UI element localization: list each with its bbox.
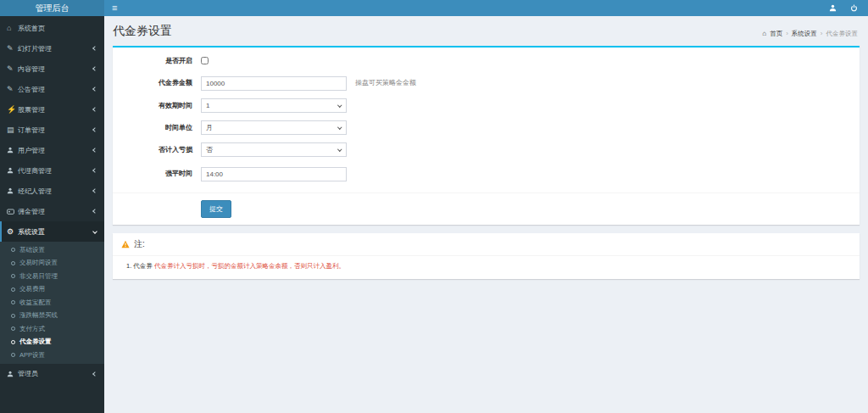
form-row-amount: 代金券金额 操盘可买策略金金额 bbox=[121, 74, 851, 91]
user-icon[interactable] bbox=[829, 4, 837, 12]
user-icon bbox=[7, 187, 18, 194]
home-icon: ⌂ bbox=[7, 25, 18, 32]
note-heading: 注: bbox=[134, 238, 145, 250]
sidebar-item-label: 幻灯片管理 bbox=[18, 44, 52, 53]
edit-icon: ✎ bbox=[7, 65, 18, 73]
submenu-item-non-trading-day[interactable]: 非交易日管理 bbox=[0, 270, 104, 283]
submenu-item-trading-fees[interactable]: 交易费用 bbox=[0, 283, 104, 297]
force-close-time-input[interactable] bbox=[201, 167, 347, 181]
voucher-amount-label: 代金券金额 bbox=[121, 78, 201, 87]
hamburger-menu-icon[interactable]: ≡ bbox=[112, 3, 117, 13]
submenu-item-voucher-settings[interactable]: 代金券设置 bbox=[0, 336, 104, 349]
sidebar-item-dashboard[interactable]: ⌂ 系统首页 bbox=[0, 18, 104, 38]
circle-icon bbox=[11, 261, 15, 265]
chevron-left-icon bbox=[93, 209, 97, 213]
form-row-validity: 有效期时间 1 bbox=[121, 98, 851, 113]
admin-app: 管理后台 ≡ ⌂ 系统首页 ✎ 幻灯片管理 bbox=[0, 0, 868, 413]
warning-icon bbox=[121, 240, 130, 248]
submenu-item-label: 基础设置 bbox=[19, 246, 45, 254]
count-loss-select[interactable]: 否 bbox=[201, 142, 347, 157]
bolt-icon: ⚡ bbox=[7, 106, 18, 114]
form-row-time-unit: 时间单位 月 bbox=[121, 120, 851, 135]
sidebar-item-label: 经纪人管理 bbox=[18, 187, 52, 196]
sidebar-item-admin[interactable]: 管理员 bbox=[0, 364, 104, 384]
money-card-icon bbox=[7, 208, 18, 215]
time-unit-value: 月 bbox=[206, 123, 213, 132]
sidebar-item-stock[interactable]: ⚡ 股票管理 bbox=[0, 99, 104, 120]
circle-icon bbox=[11, 314, 15, 318]
enable-label: 是否开启 bbox=[121, 56, 201, 65]
sidebar-item-agents[interactable]: 代理商管理 bbox=[0, 160, 104, 181]
book-icon: ▤ bbox=[7, 126, 18, 134]
edit-icon: ✎ bbox=[7, 45, 18, 53]
sidebar-item-content[interactable]: ✎ 内容管理 bbox=[0, 59, 104, 79]
breadcrumb-home-link[interactable]: 首页 bbox=[770, 30, 782, 38]
submenu-item-limit-no-buy-line[interactable]: 涨跌幅禁买线 bbox=[0, 310, 104, 323]
count-loss-label: 否计入亏损 bbox=[121, 145, 201, 154]
note-item-text: 代金券计入亏损时，亏损的金额计入策略金余额，否则只计入盈利。 bbox=[154, 262, 345, 270]
voucher-amount-control bbox=[201, 74, 347, 91]
brand-logo[interactable]: 管理后台 bbox=[0, 0, 104, 16]
chevron-left-icon bbox=[93, 108, 97, 111]
validity-period-control: 1 bbox=[201, 98, 347, 113]
submenu-item-trading-time[interactable]: 交易时间设置 bbox=[0, 257, 104, 271]
user-icon bbox=[7, 167, 18, 174]
validity-period-select[interactable]: 1 bbox=[201, 98, 347, 113]
submenu-item-label: 非交易日管理 bbox=[19, 272, 58, 281]
navbar-right bbox=[829, 4, 858, 12]
submit-button[interactable]: 提交 bbox=[201, 200, 231, 218]
breadcrumb-current: 代金券设置 bbox=[826, 30, 859, 38]
time-unit-select[interactable]: 月 bbox=[201, 120, 347, 135]
note-item-label: 1. 代金券 bbox=[126, 262, 153, 270]
sidebar-item-system-settings[interactable]: ⚙ 系统设置 bbox=[0, 221, 104, 242]
chevron-down-icon bbox=[337, 147, 342, 151]
sidebar-menu: ⌂ 系统首页 ✎ 幻灯片管理 ✎ 内容管理 ✎ 公告管理 ⚡ 股票管理 bbox=[0, 16, 104, 384]
chevron-left-icon bbox=[93, 148, 97, 152]
sidebar-item-label: 代理商管理 bbox=[18, 166, 52, 176]
sidebar-item-commission[interactable]: 佣金管理 bbox=[0, 201, 104, 221]
submenu-item-label: 涨跌幅禁买线 bbox=[19, 311, 58, 320]
submenu-item-label: 代金券设置 bbox=[19, 338, 52, 346]
circle-icon bbox=[11, 300, 15, 304]
submenu-item-label: 交易时间设置 bbox=[19, 259, 58, 267]
form-footer: 提交 bbox=[113, 193, 860, 225]
chevron-down-icon bbox=[337, 103, 342, 107]
validity-period-value: 1 bbox=[206, 102, 209, 109]
home-icon: ⌂ bbox=[762, 31, 766, 37]
submenu-item-basic-settings[interactable]: 基础设置 bbox=[0, 243, 104, 257]
submenu-item-label: 支付方式 bbox=[19, 325, 45, 333]
system-settings-submenu: 基础设置 交易时间设置 非交易日管理 交易费用 bbox=[0, 242, 104, 364]
enable-checkbox[interactable] bbox=[201, 57, 209, 64]
form-row-enable: 是否开启 bbox=[121, 56, 851, 65]
sidebar-item-orders[interactable]: ▤ 订单管理 bbox=[0, 120, 104, 140]
count-loss-value: 否 bbox=[206, 145, 213, 154]
voucher-settings-panel: 是否开启 代金券金额 操盘可买策略金金额 有效期时间 1 bbox=[113, 46, 860, 225]
submenu-item-app-settings[interactable]: APP设置 bbox=[0, 349, 104, 362]
form-row-force-close: 强平时间 bbox=[121, 165, 851, 181]
voucher-amount-input[interactable] bbox=[201, 76, 347, 91]
power-icon[interactable] bbox=[850, 4, 858, 12]
sidebar-item-label: 订单管理 bbox=[18, 126, 45, 135]
sidebar: ⌂ 系统首页 ✎ 幻灯片管理 ✎ 内容管理 ✎ 公告管理 ⚡ 股票管理 bbox=[0, 16, 104, 413]
circle-icon bbox=[11, 248, 15, 252]
content-header: 代金券设置 ⌂ 首页 › 系统设置 › 代金券设置 bbox=[104, 16, 868, 44]
sidebar-item-brokers[interactable]: 经纪人管理 bbox=[0, 181, 104, 201]
submenu-item-shouyibao-config[interactable]: 收益宝配置 bbox=[0, 296, 104, 310]
sidebar-item-users[interactable]: 用户管理 bbox=[0, 140, 104, 160]
force-close-time-control bbox=[201, 165, 347, 181]
chevron-left-icon bbox=[93, 169, 97, 172]
edit-icon: ✎ bbox=[7, 86, 18, 93]
circle-icon bbox=[11, 274, 15, 278]
breadcrumb-section-link[interactable]: 系统设置 bbox=[792, 30, 817, 38]
sidebar-item-announcement[interactable]: ✎ 公告管理 bbox=[0, 79, 104, 99]
top-navbar: 管理后台 ≡ bbox=[0, 0, 868, 16]
chevron-down-icon bbox=[337, 125, 342, 129]
time-unit-label: 时间单位 bbox=[121, 123, 201, 132]
submenu-item-label: 收益宝配置 bbox=[19, 299, 52, 307]
submenu-item-payment-methods[interactable]: 支付方式 bbox=[0, 322, 104, 336]
circle-icon bbox=[11, 340, 15, 344]
submenu-item-label: 交易费用 bbox=[19, 285, 45, 293]
note-body: 1. 代金券 代金券计入亏损时，亏损的金额计入策略金余额，否则只计入盈利。 bbox=[113, 256, 860, 279]
note-panel: 注: 1. 代金券 代金券计入亏损时，亏损的金额计入策略金余额，否则只计入盈利。 bbox=[113, 233, 860, 279]
sidebar-item-slideshow[interactable]: ✎ 幻灯片管理 bbox=[0, 38, 104, 59]
